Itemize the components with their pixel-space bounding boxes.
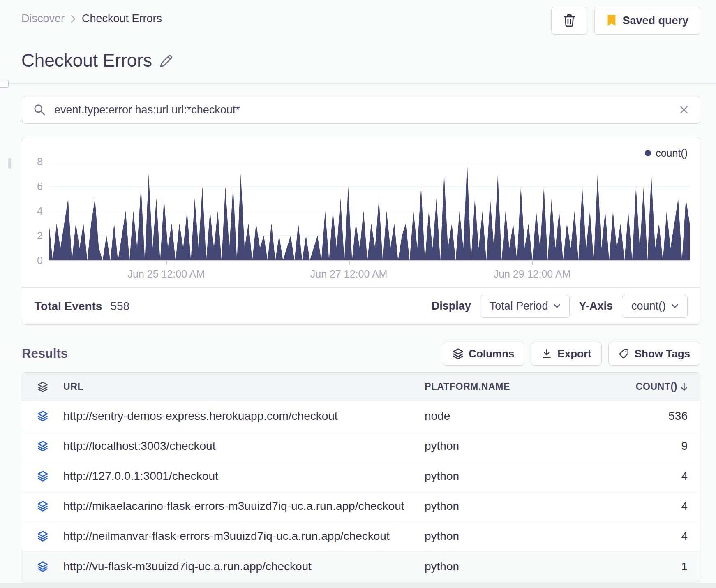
column-header-platform[interactable]: PLATFORM.NAME <box>425 381 649 392</box>
y-axis-label: Y-Axis <box>579 300 613 313</box>
columns-button-label: Columns <box>469 347 514 360</box>
url-cell[interactable]: http://127.0.0.1:3001/checkout <box>63 470 425 483</box>
search-icon <box>33 103 46 116</box>
url-cell[interactable]: http://neilmanvar-flask-errors-m3uuizd7i… <box>63 530 425 543</box>
export-button[interactable]: Export <box>531 342 601 366</box>
saved-query-label: Saved query <box>622 14 688 27</box>
url-cell[interactable]: http://vu-flask-m3uuizd7iq-uc.a.run.app/… <box>63 560 425 573</box>
platform-cell: python <box>425 500 649 513</box>
y-tick-label: 8 <box>22 156 43 168</box>
chevron-down-icon <box>672 304 678 308</box>
stack-column-icon[interactable] <box>22 382 63 392</box>
chevron-right-icon <box>70 14 76 23</box>
chevron-down-icon <box>554 304 560 308</box>
display-dropdown[interactable]: Total Period <box>480 295 570 318</box>
results-row: Results Columns Export Show Tags <box>22 340 700 367</box>
url-cell[interactable]: http://sentry-demos-express.herokuapp.co… <box>63 410 425 423</box>
breadcrumb: Discover Checkout Errors <box>21 12 162 25</box>
results-table: URL PLATFORM.NAME COUNT() http://sentry-… <box>22 372 700 582</box>
table-row[interactable]: http://vu-flask-m3uuizd7iq-uc.a.run.app/… <box>22 551 700 581</box>
clear-search-icon[interactable] <box>679 104 689 115</box>
show-tags-button[interactable]: Show Tags <box>608 342 700 366</box>
open-group-stack-icon[interactable] <box>22 471 63 482</box>
table-row[interactable]: http://neilmanvar-flask-errors-m3uuizd7i… <box>22 521 700 551</box>
y-tick-label: 2 <box>22 230 43 242</box>
columns-stack-icon <box>453 348 463 359</box>
column-header-url[interactable]: URL <box>63 381 425 392</box>
columns-button[interactable]: Columns <box>443 342 524 366</box>
chart-x-axis-labels: Jun 25 12:00 AMJun 27 12:00 AMJun 29 12:… <box>49 261 690 286</box>
platform-cell: python <box>425 470 649 483</box>
platform-cell: python <box>425 560 649 573</box>
x-tick <box>166 261 167 265</box>
open-group-stack-icon[interactable] <box>22 441 63 451</box>
bookmark-icon <box>606 14 617 27</box>
table-row[interactable]: http://sentry-demos-express.herokuapp.co… <box>22 401 700 431</box>
chart-footer: Total Events 558 Display Total Period Y-… <box>22 288 700 325</box>
platform-cell: python <box>425 530 649 543</box>
count-cell: 1 <box>649 560 688 573</box>
open-group-stack-icon[interactable] <box>22 561 63 572</box>
table-row[interactable]: http://mikaelacarino-flask-errors-m3uuiz… <box>22 491 700 521</box>
x-tick <box>532 261 533 265</box>
breadcrumb-discover[interactable]: Discover <box>21 12 65 25</box>
top-actions: Saved query <box>551 7 700 35</box>
y-axis-dropdown-value: count() <box>631 300 666 313</box>
tag-icon <box>619 348 629 359</box>
table-row[interactable]: http://127.0.0.1:3001/checkout python 4 <box>22 461 700 491</box>
count-cell: 4 <box>649 530 688 543</box>
chart-card: count() 02468 Jun 25 12:00 AMJun 27 12:0… <box>22 137 700 325</box>
sort-descending-icon <box>681 382 688 391</box>
display-label: Display <box>432 300 471 313</box>
trash-icon <box>563 14 576 28</box>
count-cell: 4 <box>649 470 688 483</box>
page-bottom-strip <box>0 583 716 588</box>
y-tick-label: 0 <box>22 255 43 266</box>
page-title: Checkout Errors <box>21 50 152 71</box>
open-group-stack-icon[interactable] <box>22 411 63 421</box>
show-tags-button-label: Show Tags <box>635 347 690 360</box>
total-events-value: 558 <box>110 300 129 313</box>
header-divider <box>0 83 716 84</box>
open-group-stack-icon[interactable] <box>22 531 63 542</box>
page-title-row: Checkout Errors <box>21 50 173 71</box>
platform-cell: python <box>425 440 649 453</box>
display-dropdown-value: Total Period <box>490 300 548 313</box>
saved-query-button[interactable]: Saved query <box>594 7 700 35</box>
sidebar-collapse-tab[interactable] <box>0 80 9 88</box>
y-tick-label: 4 <box>22 205 43 217</box>
open-group-stack-icon[interactable] <box>22 501 63 512</box>
x-tick-label: Jun 29 12:00 AM <box>494 268 571 280</box>
legend-dot <box>645 150 651 156</box>
url-cell[interactable]: http://localhost:3003/checkout <box>63 440 425 453</box>
platform-cell: node <box>425 410 649 423</box>
count-header-label: COUNT() <box>636 381 677 392</box>
total-events-label: Total Events <box>35 300 102 313</box>
results-heading: Results <box>22 346 68 361</box>
edit-pencil-icon[interactable] <box>159 52 173 69</box>
download-icon <box>541 348 552 359</box>
url-cell[interactable]: http://mikaelacarino-flask-errors-m3uuiz… <box>63 500 425 513</box>
chart-y-axis-labels: 02468 <box>22 162 43 260</box>
count-cell: 9 <box>649 440 688 453</box>
chart-legend[interactable]: count() <box>645 147 688 159</box>
x-tick-label: Jun 25 12:00 AM <box>127 268 205 280</box>
events-chart[interactable] <box>49 162 690 260</box>
count-cell: 4 <box>649 500 688 513</box>
count-cell: 536 <box>649 410 688 423</box>
delete-query-button[interactable] <box>551 7 587 35</box>
breadcrumb-current: Checkout Errors <box>82 12 162 25</box>
legend-label: count() <box>656 147 688 159</box>
x-tick <box>349 261 350 265</box>
scroll-handle[interactable] <box>8 158 11 169</box>
column-header-count[interactable]: COUNT() <box>649 381 688 392</box>
search-query-input[interactable]: event.type:error has:url url:*checkout* <box>54 104 670 116</box>
y-tick-label: 6 <box>22 181 43 192</box>
y-axis-dropdown[interactable]: count() <box>622 295 688 318</box>
x-tick-label: Jun 27 12:00 AM <box>310 268 388 280</box>
discover-page: Discover Checkout Errors Saved query <box>0 0 716 588</box>
search-bar[interactable]: event.type:error has:url url:*checkout* <box>22 96 700 124</box>
table-header-row: URL PLATFORM.NAME COUNT() <box>22 373 700 401</box>
export-button-label: Export <box>557 347 591 360</box>
table-row[interactable]: http://localhost:3003/checkout python 9 <box>22 431 700 461</box>
